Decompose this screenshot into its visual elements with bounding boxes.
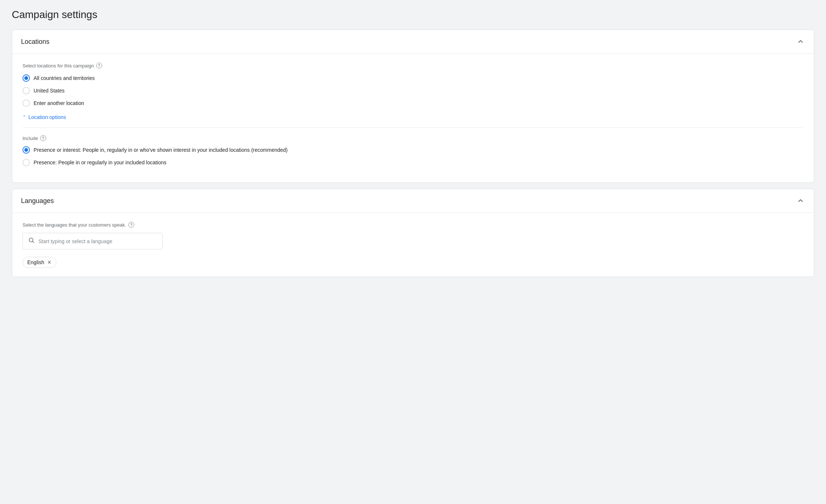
divider bbox=[22, 127, 804, 128]
languages-card: Languages Select the languages that your… bbox=[12, 189, 814, 277]
radio-all-countries-label: All countries and territories bbox=[34, 75, 95, 81]
location-options-label: Location options bbox=[28, 114, 66, 120]
radio-presence-interest-label: Presence or interest: People in, regular… bbox=[34, 147, 288, 153]
languages-card-header: Languages bbox=[12, 189, 814, 213]
languages-card-title: Languages bbox=[21, 197, 54, 205]
page-title: Campaign settings bbox=[12, 9, 814, 21]
languages-section-label: Select the languages that your customers… bbox=[22, 222, 804, 228]
languages-card-body: Select the languages that your customers… bbox=[12, 213, 814, 277]
radio-enter-location-label: Enter another location bbox=[34, 100, 84, 106]
radio-united-states[interactable]: United States bbox=[22, 87, 804, 94]
include-label: Include ? bbox=[22, 135, 804, 141]
radio-presence-label: Presence: People in or regularly in your… bbox=[34, 160, 166, 165]
radio-presence-interest[interactable]: Presence or interest: People in, regular… bbox=[22, 146, 804, 154]
location-options-chevron: ⌃ bbox=[22, 115, 26, 120]
radio-enter-location-circle[interactable] bbox=[22, 99, 30, 107]
radio-presence-interest-circle[interactable] bbox=[22, 146, 30, 154]
language-tag-close-english[interactable]: ✕ bbox=[47, 260, 52, 265]
language-search-wrapper[interactable] bbox=[22, 233, 163, 249]
include-radio-group: Presence or interest: People in, regular… bbox=[22, 146, 804, 166]
radio-enter-location[interactable]: Enter another location bbox=[22, 99, 804, 107]
radio-presence-circle[interactable] bbox=[22, 159, 30, 166]
locations-card-body: Select locations for this campaign ? All… bbox=[12, 54, 814, 182]
radio-united-states-circle[interactable] bbox=[22, 87, 30, 94]
languages-help-icon[interactable]: ? bbox=[128, 222, 134, 228]
language-tag-english[interactable]: English ✕ bbox=[22, 257, 56, 268]
locations-card-header: Locations bbox=[12, 30, 814, 54]
locations-radio-group: All countries and territories United Sta… bbox=[22, 74, 804, 107]
locations-section-label: Select locations for this campaign ? bbox=[22, 63, 804, 69]
language-tag-label: English bbox=[27, 259, 44, 265]
locations-card: Locations Select locations for this camp… bbox=[12, 29, 814, 183]
radio-all-countries[interactable]: All countries and territories bbox=[22, 74, 804, 82]
locations-help-icon[interactable]: ? bbox=[96, 63, 102, 69]
radio-united-states-label: United States bbox=[34, 88, 65, 94]
locations-collapse-button[interactable] bbox=[796, 37, 805, 46]
locations-card-title: Locations bbox=[21, 38, 49, 46]
languages-collapse-button[interactable] bbox=[796, 196, 805, 205]
search-icon bbox=[28, 237, 35, 245]
radio-presence[interactable]: Presence: People in or regularly in your… bbox=[22, 159, 804, 166]
radio-all-countries-circle[interactable] bbox=[22, 74, 30, 82]
language-search-input[interactable] bbox=[38, 238, 157, 244]
location-options-toggle[interactable]: ⌃ Location options bbox=[22, 114, 804, 120]
selected-languages: English ✕ bbox=[22, 257, 804, 268]
include-help-icon[interactable]: ? bbox=[40, 135, 46, 141]
